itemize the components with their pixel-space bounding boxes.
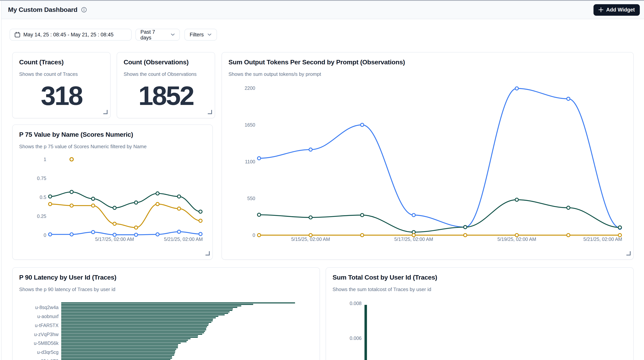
count-traces-value: 318 (13, 76, 110, 115)
p90-bar-chart: u-8sq2w4au-aobnuxfu-tFAR5TXu-zVqP3hwu-5M… (13, 268, 320, 360)
calendar-icon (14, 32, 20, 38)
svg-text:5/17/25, 02:00 AM: 5/17/25, 02:00 AM (95, 236, 134, 242)
resize-handle-icon[interactable] (103, 110, 108, 114)
filters-label: Filters (190, 32, 204, 38)
svg-text:5/15/25, 02:00 AM: 5/15/25, 02:00 AM (291, 236, 330, 242)
time-preset-value: Past 7 days (140, 29, 167, 41)
resize-handle-icon[interactable] (626, 251, 630, 255)
date-range-value: May 14, 25 : 08:45 - May 21, 25 : 08:45 (23, 32, 114, 38)
widget-cost-chart: Sum Total Cost by User Id (Traces) Shows… (326, 267, 634, 360)
cost-bar-chart: 0.0080.006 (326, 268, 634, 360)
chevron-down-icon (171, 33, 175, 36)
resize-handle-icon[interactable] (206, 251, 210, 255)
dashboard-page: My Custom Dashboard Add Widget May 14, 2… (0, 0, 644, 360)
svg-text:u-d3qr5cg: u-d3qr5cg (37, 349, 58, 355)
svg-text:0: 0 (252, 232, 255, 238)
svg-text:1650: 1650 (244, 122, 255, 128)
svg-text:1100: 1100 (245, 159, 255, 164)
widget-title: Count (Traces) (19, 59, 64, 66)
widget-p90-chart: P 90 Latency by User Id (Traces) Shows t… (12, 267, 320, 360)
svg-text:0.006: 0.006 (350, 335, 362, 341)
widget-title: Count (Observations) (124, 59, 189, 66)
svg-text:0.25: 0.25 (37, 213, 46, 219)
sidebar-edge-divider (1, 1, 2, 360)
svg-text:550: 550 (247, 196, 255, 201)
tokens-line-chart: 05501100165022005/15/25, 02:00 AM5/17/25… (222, 53, 634, 260)
resize-handle-icon[interactable] (208, 110, 212, 114)
svg-text:5/19/25, 02:00 AM: 5/19/25, 02:00 AM (498, 236, 536, 242)
svg-text:u-5M8D56k: u-5M8D56k (34, 340, 59, 346)
svg-text:0.75: 0.75 (37, 176, 46, 181)
widget-p75-chart: P 75 Value by Name (Scores Numeric) Show… (12, 125, 213, 260)
date-range-picker[interactable]: May 14, 25 : 08:45 - May 21, 25 : 08:45 (10, 29, 132, 41)
svg-text:0.5: 0.5 (40, 195, 46, 200)
svg-text:2200: 2200 (244, 85, 255, 91)
widget-count-traces: Count (Traces) Shows the count of Traces… (12, 52, 110, 118)
svg-text:u-aobnuxf: u-aobnuxf (37, 314, 58, 319)
svg-text:5/17/25, 02:00 AM: 5/17/25, 02:00 AM (394, 236, 433, 242)
svg-text:u-8fVa9T3: u-8fVa9T3 (36, 358, 58, 360)
page-header: My Custom Dashboard Add Widget (2, 1, 644, 19)
svg-text:0.008: 0.008 (350, 301, 362, 306)
info-icon[interactable] (81, 7, 87, 13)
filters-dropdown[interactable]: Filters (184, 29, 217, 41)
add-widget-label: Add Widget (606, 7, 635, 13)
count-observations-value: 1852 (117, 76, 215, 115)
page-title: My Custom Dashboard (8, 6, 78, 14)
widget-count-observations: Count (Observations) Shows the count of … (117, 52, 215, 118)
p75-line-chart: 00.250.50.7515/17/25, 02:00 AM5/21/25, 0… (13, 125, 213, 260)
svg-text:u-8sq2w4a: u-8sq2w4a (35, 305, 58, 310)
svg-text:0: 0 (44, 232, 46, 238)
widget-tokens-chart: Sum Output Tokens Per Second by Prompt (… (222, 52, 634, 260)
add-widget-button[interactable]: Add Widget (594, 4, 640, 16)
svg-text:u-zVqP3hw: u-zVqP3hw (34, 332, 59, 337)
svg-text:5/21/25, 02:00 AM: 5/21/25, 02:00 AM (583, 236, 622, 242)
svg-text:u-tFAR5TX: u-tFAR5TX (35, 323, 58, 328)
time-preset-dropdown[interactable]: Past 7 days (136, 29, 180, 41)
svg-text:1: 1 (44, 157, 46, 162)
chevron-down-icon (208, 33, 212, 36)
svg-text:5/21/25, 02:00 AM: 5/21/25, 02:00 AM (164, 236, 203, 242)
plus-icon (598, 7, 604, 12)
